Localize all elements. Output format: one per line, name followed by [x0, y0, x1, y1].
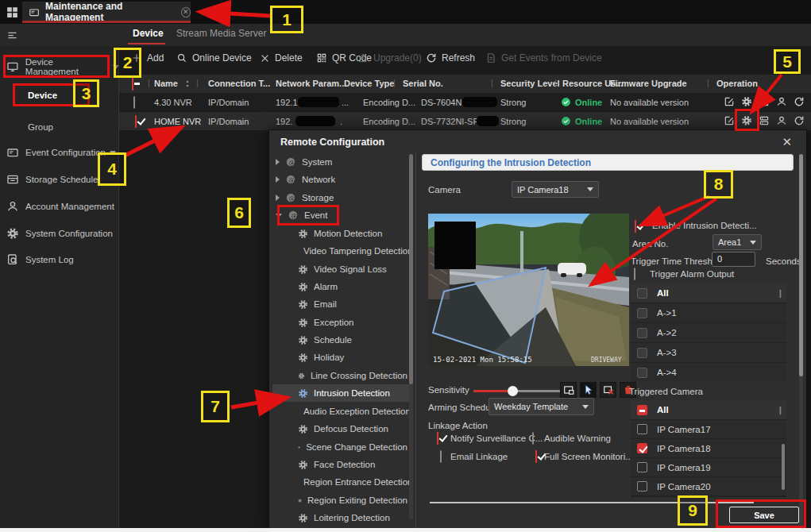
col-firmware[interactable]: Firmware Upgrade	[610, 79, 687, 88]
tree-item-system[interactable]: System	[272, 153, 407, 171]
camera-select[interactable]: IP Camera18	[512, 181, 599, 198]
dialog-scrollbar-thumb[interactable]	[799, 154, 803, 376]
active-tab-underline	[22, 21, 191, 23]
list-scrollbar-thumb[interactable]	[782, 444, 785, 490]
sidebar-item-system-log[interactable]: System Log	[0, 250, 119, 269]
sort-icon[interactable]	[183, 79, 191, 89]
gear-icon	[298, 353, 308, 363]
col-network[interactable]: Network Param...	[276, 79, 346, 88]
tree-item-email[interactable]: Email	[272, 295, 407, 313]
clear-area-icon[interactable]	[600, 382, 616, 398]
x-icon	[260, 53, 270, 64]
email-linkage-checkbox[interactable]	[440, 450, 442, 463]
list-item[interactable]: IP Camera18	[631, 439, 786, 457]
device-stack-icon[interactable]	[759, 96, 770, 107]
draw-area-icon[interactable]	[560, 382, 577, 398]
sidebar-item-group[interactable]: Group	[0, 118, 119, 137]
online-device-button[interactable]: Online Device	[176, 52, 252, 64]
hamburger-menu-icon[interactable]	[6, 29, 18, 41]
enable-intrusion-checkbox[interactable]	[635, 220, 636, 233]
select-all-checkbox[interactable]	[132, 78, 133, 91]
tree-item-storage[interactable]: Storage	[272, 189, 407, 206]
all-cameras-checkbox[interactable]	[637, 405, 647, 415]
app-window: Maintenance and Management ✕ Device Stre…	[0, 0, 811, 532]
tree-item-holiday[interactable]: Holiday	[272, 349, 407, 366]
tree-item-intrusion-detection[interactable]: Intrusion Detection	[272, 384, 412, 402]
device-refresh-icon[interactable]	[794, 96, 805, 107]
area-select[interactable]: Area1	[713, 234, 762, 250]
tree-item-exception[interactable]: Exception	[272, 314, 407, 331]
annotation-step-3: 3	[73, 79, 99, 107]
tree-item-scene-change[interactable]: Scene Change Detection	[272, 438, 407, 456]
document-icon	[485, 52, 496, 64]
tab-stream-media-server[interactable]: Stream Media Server	[176, 28, 266, 39]
tree-item-loitering[interactable]: Loitering Detection	[272, 509, 407, 526]
tree-item-video-signal-loss[interactable]: Video Signal Loss	[272, 260, 407, 278]
tree-item-schedule[interactable]: Schedule	[272, 331, 407, 349]
camera-preview[interactable]: 15-02-2021 Mon 15:58:15 DRIVEWAY	[428, 214, 629, 366]
tree-item-region-entrance[interactable]: Region Entrance Detection	[272, 473, 407, 491]
tree-item-defocus[interactable]: Defocus Detection	[272, 420, 407, 438]
col-name[interactable]: Name	[154, 79, 178, 88]
device-user-icon[interactable]	[776, 115, 787, 126]
sidebar-item-system-configuration[interactable]: System Configuration	[0, 224, 119, 243]
audible-warning-checkbox[interactable]	[532, 432, 534, 445]
annotation-step-5: 5	[774, 49, 801, 74]
dialog-close-icon[interactable]: ✕	[782, 135, 792, 149]
tab-maintenance-and-management[interactable]: Maintenance and Management ✕	[22, 2, 191, 22]
tree-item-video-tampering[interactable]: Video Tampering Detection	[272, 242, 407, 260]
all-checkbox[interactable]	[637, 288, 647, 299]
tab-device[interactable]: Device	[133, 28, 164, 39]
list-item[interactable]: A->2	[631, 323, 786, 342]
tree-item-face-detection[interactable]: Face Detection	[272, 456, 407, 473]
list-item[interactable]: All|	[631, 283, 786, 303]
get-events-button[interactable]: Get Events from Device	[485, 52, 602, 64]
list-item[interactable]: A->4	[631, 363, 786, 382]
delete-button[interactable]: Delete	[260, 52, 303, 64]
tree-scrollbar-thumb[interactable]	[409, 154, 413, 384]
row1-checkbox[interactable]	[133, 96, 135, 109]
tree-item-audio-exception[interactable]: Audio Exception Detection	[272, 403, 407, 420]
device-user-icon[interactable]	[776, 96, 787, 107]
sensitivity-slider-thumb[interactable]	[508, 386, 518, 396]
list-item[interactable]: IP Camera19	[631, 458, 786, 476]
trigger-threshold-input[interactable]: 0	[712, 252, 755, 267]
search-icon	[176, 52, 187, 64]
row1-device-type: Encoding D...	[363, 98, 415, 107]
col-device-type[interactable]: Device Type	[344, 79, 394, 88]
sidebar-item-account-management[interactable]: Account Management	[0, 197, 119, 216]
tree-item-network[interactable]: Network	[272, 171, 407, 188]
remote-config-icon[interactable]	[741, 96, 752, 107]
list-item[interactable]: IP Camera20	[631, 477, 786, 495]
notify-surveillance-checkbox[interactable]	[437, 432, 438, 445]
row2-network: 192.	[276, 117, 292, 126]
tab-close-icon[interactable]: ✕	[181, 7, 191, 17]
edit-device-icon[interactable]	[724, 96, 735, 107]
list-item[interactable]: IP Camera17	[631, 420, 786, 438]
edit-device-icon[interactable]	[724, 115, 735, 126]
full-screen-monitoring-checkbox[interactable]	[535, 450, 537, 463]
tree-item-motion-detection[interactable]: Motion Detection	[272, 225, 407, 242]
chevron-down-icon	[582, 405, 589, 409]
list-item[interactable]: A->1	[631, 303, 786, 322]
arming-schedule-select[interactable]: Weekday Template	[489, 398, 594, 415]
list-item[interactable]: All|	[631, 400, 786, 419]
upgrade-button[interactable]: Upgrade(0)	[357, 52, 422, 64]
refresh-button[interactable]: Refresh	[426, 52, 475, 64]
device-refresh-icon[interactable]	[794, 115, 805, 126]
col-connection[interactable]: Connection T...	[208, 79, 270, 88]
app-logo-icon[interactable]	[6, 6, 19, 19]
tree-item-region-exiting[interactable]: Region Exiting Detection	[272, 492, 407, 509]
full-screen-monitoring-label: Full Screen Monitori...	[544, 452, 633, 461]
trigger-alarm-output-checkbox[interactable]	[634, 268, 635, 280]
gear-icon	[298, 388, 308, 399]
tree-item-line-crossing[interactable]: Line Crossing Detection	[272, 367, 407, 384]
select-cursor-icon[interactable]	[580, 382, 597, 398]
gear-icon	[298, 264, 308, 275]
device-stack-icon[interactable]	[759, 115, 770, 126]
list-item[interactable]: A->3	[631, 343, 786, 362]
tree-item-alarm[interactable]: Alarm	[272, 278, 407, 295]
col-security[interactable]: Security Level	[500, 79, 560, 88]
col-serial[interactable]: Serial No.	[403, 79, 443, 88]
row2-checkbox[interactable]	[135, 115, 137, 128]
